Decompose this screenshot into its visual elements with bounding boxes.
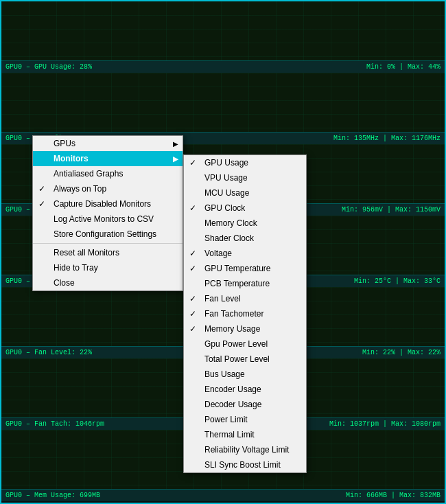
- status-right-gpu-fan: Min: 22% | Max: 22%: [362, 349, 441, 356]
- submenu-item-power-limit[interactable]: Power Limit: [184, 412, 306, 427]
- status-right-gpu-clk: Min: 135MHz | Max: 1176MHz: [333, 135, 441, 142]
- submenu-label-gpu-usage: GPU Usage: [204, 158, 248, 168]
- menu-item-close[interactable]: Close: [33, 275, 183, 290]
- submenu-item-gpu-clock[interactable]: ✓GPU Clock: [184, 201, 306, 216]
- submenu-label-shader-clock: Shader Clock: [204, 233, 254, 243]
- submenu-item-memory-usage[interactable]: ✓Memory Usage: [184, 321, 306, 336]
- status-bar-gpu-usage: GPU0 – GPU Usage: 28% Min: 0% | Max: 44%: [1, 60, 445, 73]
- menu-label-gpus: GPUs: [54, 139, 75, 148]
- graph-line-gpu-clk: [1, 73, 445, 132]
- context-menu-overlay: GPUs▶Monitors▶Antialiased Graphs✓Always …: [32, 135, 183, 291]
- submenu-item-gpu-temperature[interactable]: ✓GPU Temperature: [184, 261, 306, 276]
- submenu-item-encoder-usage[interactable]: Encoder Usage: [184, 382, 306, 397]
- submenu-label-sli-sync: SLI Sync Boost Limit: [204, 460, 281, 470]
- graph-area-gpu-clk: [1, 73, 445, 132]
- submenu-item-bus-usage[interactable]: Bus Usage: [184, 367, 306, 382]
- checkmark: ✓: [189, 294, 196, 303]
- checkmark: ✓: [38, 184, 45, 194]
- checkmark: ✓: [38, 199, 45, 209]
- status-left-gpu-fan: GPU0 – Fan Level: 22%: [5, 349, 92, 356]
- checkmark: ✓: [189, 309, 196, 319]
- menu-label-close: Close: [54, 278, 75, 288]
- menu-label-capture-disabled: Capture Disabled Monitors: [54, 199, 151, 209]
- menu-item-always-on-top[interactable]: ✓Always on Top: [33, 181, 183, 196]
- menu-separator: [33, 243, 183, 244]
- main-window: GPU0 – GPU Usage: 28% Min: 0% | Max: 44%…: [0, 0, 446, 504]
- menu-item-antialiased[interactable]: Antialiased Graphs: [33, 166, 183, 181]
- menu-label-reset-all: Reset all Monitors: [54, 248, 119, 257]
- checkmark: ✓: [189, 264, 196, 273]
- menu-label-store-config: Store Configuration Settings: [54, 229, 156, 239]
- checkmark: ✓: [189, 158, 196, 168]
- submenu-label-gpu-clock: GPU Clock: [204, 203, 245, 213]
- checkmark: ✓: [189, 324, 196, 334]
- menu-item-reset-all[interactable]: Reset all Monitors: [33, 245, 183, 260]
- monitor-panel-gpu-usage: GPU0 – GPU Usage: 28% Min: 0% | Max: 44%: [1, 1, 445, 73]
- submenu-label-thermal-limit: Thermal Limit: [204, 430, 255, 439]
- status-right-gpu-usage: Min: 0% | Max: 44%: [366, 63, 441, 71]
- status-right-gpu-volt: Min: 956mV | Max: 1150mV: [342, 206, 441, 214]
- submenu-label-vpu-usage: VPU Usage: [204, 173, 248, 183]
- submenu-item-pcb-temperature[interactable]: PCB Temperature: [184, 276, 306, 291]
- submenu-label-total-power-level: Total Power Level: [204, 354, 270, 364]
- submenu-label-pcb-temperature: PCB Temperature: [204, 279, 270, 288]
- checkmark: ✓: [189, 249, 196, 258]
- submenu-item-gpu-power-level[interactable]: Gpu Power Level: [184, 336, 306, 352]
- submenu-label-mcu-usage: MCU Usage: [204, 188, 249, 198]
- submenu-label-fan-tachometer: Fan Tachometer: [204, 309, 264, 319]
- status-left-gpu-usage: GPU0 – GPU Usage: 28%: [5, 63, 92, 71]
- submenu-item-sli-sync[interactable]: SLI Sync Boost Limit: [184, 457, 306, 472]
- status-right-gpu-gpu: Min: 25°C | Max: 33°C: [354, 277, 441, 285]
- menu-item-hide-tray[interactable]: Hide to Tray: [33, 260, 183, 275]
- submenu-label-memory-usage: Memory Usage: [204, 324, 260, 334]
- checkmark: ✓: [189, 203, 196, 213]
- submenu-item-fan-tachometer[interactable]: ✓Fan Tachometer: [184, 306, 306, 321]
- submenu-item-gpu-usage[interactable]: ✓GPU Usage: [184, 155, 306, 170]
- submenu-label-gpu-temperature: GPU Temperature: [204, 264, 271, 273]
- submenu-label-voltage: Voltage: [204, 249, 232, 258]
- submenu-label-bus-usage: Bus Usage: [204, 369, 245, 379]
- menu-item-log-active[interactable]: Log Active Monitors to CSV: [33, 211, 183, 227]
- submenu-label-decoder-usage: Decoder Usage: [204, 400, 261, 409]
- submenu-item-shader-clock[interactable]: Shader Clock: [184, 231, 306, 246]
- submenu-label-gpu-power-level: Gpu Power Level: [204, 339, 268, 349]
- submenu-label-reliability-voltage: Reliability Voltage Limit: [204, 445, 289, 455]
- submenu-arrow: ▶: [173, 140, 178, 148]
- menu-label-monitors: Monitors: [54, 154, 89, 163]
- status-right-gpu-tach: Min: 1037rpm | Max: 1080rpm: [329, 420, 441, 428]
- graph-area-gpu-usage: [1, 1, 445, 60]
- status-bar-gpu-mem: GPU0 – Mem Usage: 699MB Min: 666MB | Max…: [1, 489, 445, 501]
- submenu-item-fan-level[interactable]: ✓Fan Level: [184, 291, 306, 306]
- menu-item-capture-disabled[interactable]: ✓Capture Disabled Monitors: [33, 196, 183, 211]
- menu-item-gpus[interactable]: GPUs▶: [33, 136, 183, 151]
- menu-label-antialiased: Antialiased Graphs: [54, 169, 123, 179]
- menu-label-always-on-top: Always on Top: [54, 184, 106, 194]
- submenu-item-voltage[interactable]: ✓Voltage: [184, 246, 306, 261]
- status-left-gpu-mem: GPU0 – Mem Usage: 699MB: [5, 492, 100, 499]
- monitors-submenu: ✓GPU UsageVPU UsageMCU Usage✓GPU ClockMe…: [183, 154, 307, 473]
- status-right-gpu-mem: Min: 666MB | Max: 832MB: [346, 492, 441, 499]
- monitor-panel-gpu-clk: GPU0 – GPU Clk: 850MHz Min: 135MHz | Max…: [1, 73, 445, 144]
- submenu-label-encoder-usage: Encoder Usage: [204, 385, 261, 394]
- main-context-menu: GPUs▶Monitors▶Antialiased Graphs✓Always …: [32, 135, 183, 291]
- graph-line-gpu-usage: [1, 1, 445, 60]
- submenu-label-memory-clock: Memory Clock: [204, 218, 257, 228]
- submenu-item-vpu-usage[interactable]: VPU Usage: [184, 170, 306, 185]
- menu-label-log-active: Log Active Monitors to CSV: [54, 214, 154, 224]
- submenu-arrow: ▶: [173, 155, 178, 163]
- submenu-label-power-limit: Power Limit: [204, 415, 248, 424]
- menu-label-hide-tray: Hide to Tray: [54, 263, 98, 273]
- submenu-item-reliability-voltage[interactable]: Reliability Voltage Limit: [184, 442, 306, 457]
- status-left-gpu-tach: GPU0 – Fan Tach: 1046rpm: [5, 420, 104, 428]
- menu-item-store-config[interactable]: Store Configuration Settings: [33, 227, 183, 242]
- submenu-item-mcu-usage[interactable]: MCU Usage: [184, 185, 306, 201]
- submenu-item-total-power-level[interactable]: Total Power Level: [184, 352, 306, 367]
- submenu-item-memory-clock[interactable]: Memory Clock: [184, 216, 306, 231]
- submenu-item-thermal-limit[interactable]: Thermal Limit: [184, 427, 306, 442]
- submenu-item-decoder-usage[interactable]: Decoder Usage: [184, 397, 306, 412]
- menu-item-monitors[interactable]: Monitors▶: [33, 151, 183, 166]
- submenu-label-fan-level: Fan Level: [204, 294, 241, 303]
